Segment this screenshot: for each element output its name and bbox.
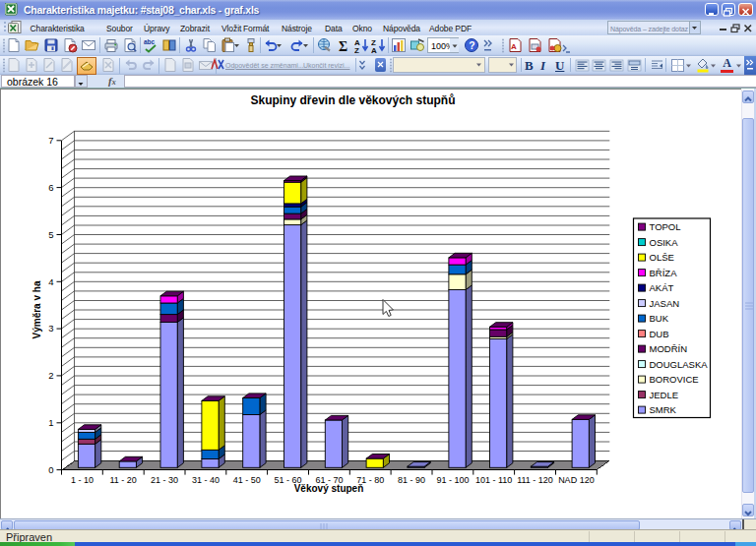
svg-text:JASAN: JASAN bbox=[650, 298, 680, 309]
svg-text:Z: Z bbox=[354, 46, 359, 54]
svg-text:TOPOL: TOPOL bbox=[650, 221, 681, 232]
svg-text:OLŠE: OLŠE bbox=[650, 252, 674, 263]
svg-text:5: 5 bbox=[48, 229, 53, 240]
svg-text:3: 3 bbox=[48, 323, 53, 334]
svg-text:0: 0 bbox=[48, 464, 53, 475]
svg-text:AKÁT: AKÁT bbox=[650, 282, 674, 293]
svg-text:BUK: BUK bbox=[650, 313, 669, 324]
svg-text:MODŘÍN: MODŘÍN bbox=[650, 343, 688, 354]
svg-text:Věkový stupeň: Věkový stupeň bbox=[294, 483, 364, 494]
svg-text:6: 6 bbox=[48, 182, 53, 193]
svg-text:Skupiny dřevin dle věkových st: Skupiny dřevin dle věkových stupňů bbox=[250, 93, 455, 107]
svg-text:NAD 120: NAD 120 bbox=[558, 475, 595, 485]
svg-text:Výměra v ha: Výměra v ha bbox=[32, 280, 42, 338]
svg-text:BOROVICE: BOROVICE bbox=[650, 374, 699, 385]
svg-text:81 - 90: 81 - 90 bbox=[398, 475, 425, 485]
svg-text:101 - 110: 101 - 110 bbox=[475, 475, 512, 485]
svg-text:Σ: Σ bbox=[339, 39, 347, 54]
svg-text:abc: abc bbox=[144, 38, 156, 45]
svg-text:OSIKA: OSIKA bbox=[650, 237, 679, 248]
svg-text:JEDLE: JEDLE bbox=[650, 390, 679, 400]
svg-text:2: 2 bbox=[48, 370, 53, 381]
svg-text:A: A bbox=[371, 46, 377, 54]
svg-text:11 - 20: 11 - 20 bbox=[110, 475, 137, 485]
svg-text:BŘÍZA: BŘÍZA bbox=[650, 268, 678, 278]
svg-text:1: 1 bbox=[48, 417, 53, 428]
svg-text:7: 7 bbox=[48, 135, 53, 146]
svg-text:111 - 120: 111 - 120 bbox=[517, 475, 553, 485]
svg-text:4: 4 bbox=[48, 276, 53, 287]
svg-text:31 - 40: 31 - 40 bbox=[192, 475, 220, 485]
svg-text:1 - 10: 1 - 10 bbox=[71, 475, 94, 485]
svg-text:21 - 30: 21 - 30 bbox=[151, 475, 178, 485]
svg-text:91 - 100: 91 - 100 bbox=[436, 475, 469, 485]
svg-text:SMRK: SMRK bbox=[650, 404, 677, 415]
svg-text:A: A bbox=[511, 42, 517, 51]
svg-text:DOUGLASKA: DOUGLASKA bbox=[650, 359, 709, 370]
svg-text:?: ? bbox=[469, 39, 474, 51]
svg-text:41 - 50: 41 - 50 bbox=[233, 475, 261, 485]
svg-text:DUB: DUB bbox=[650, 329, 669, 339]
